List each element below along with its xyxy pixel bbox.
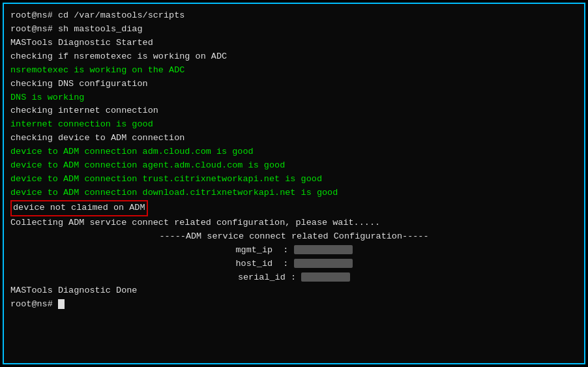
host-id-value xyxy=(294,259,353,268)
line-20-serial: serial_id : xyxy=(10,271,578,285)
line-2: root@ns# sh mastools_diag xyxy=(10,23,578,37)
line-17: -----ADM service connect related Configu… xyxy=(10,230,578,244)
mgmt-ip-value xyxy=(294,245,353,254)
line-11: device to ADM connection adm.cloud.com i… xyxy=(10,145,578,159)
line-4: checking if nsremotexec is working on AD… xyxy=(10,50,578,64)
line-7: DNS is working xyxy=(10,91,578,105)
serial-id-value xyxy=(301,272,350,282)
line-15-highlighted: device not claimed on ADM xyxy=(10,200,578,216)
line-10: checking device to ADM connection xyxy=(10,132,578,145)
line-21: MASTools Diagnostic Done xyxy=(10,284,578,298)
line-6: checking DNS configuration xyxy=(10,78,578,91)
line-9: internet connection is good xyxy=(10,118,578,132)
line-18-mgmt: mgmt_ip : xyxy=(10,244,578,257)
not-claimed-badge: device not claimed on ADM xyxy=(10,200,148,216)
line-1: root@ns# cd /var/mastools/scripts xyxy=(10,9,578,23)
line-19-hostid: host_id : xyxy=(10,257,578,271)
cursor xyxy=(58,299,65,309)
line-3: MASTools Diagnostic Started xyxy=(10,37,578,50)
line-5: nsremotexec is working on the ADC xyxy=(10,64,578,78)
line-14: device to ADM connection download.citrix… xyxy=(10,186,578,200)
line-8: checking internet connection xyxy=(10,104,578,118)
terminal-window: root@ns# cd /var/mastools/scripts root@n… xyxy=(3,3,585,364)
line-12: device to ADM connection agent.adm.cloud… xyxy=(10,159,578,173)
line-22-prompt: root@ns# xyxy=(10,298,578,312)
line-13: device to ADM connection trust.citrixnet… xyxy=(10,173,578,186)
line-16: Collecting ADM service connect related c… xyxy=(10,216,578,230)
